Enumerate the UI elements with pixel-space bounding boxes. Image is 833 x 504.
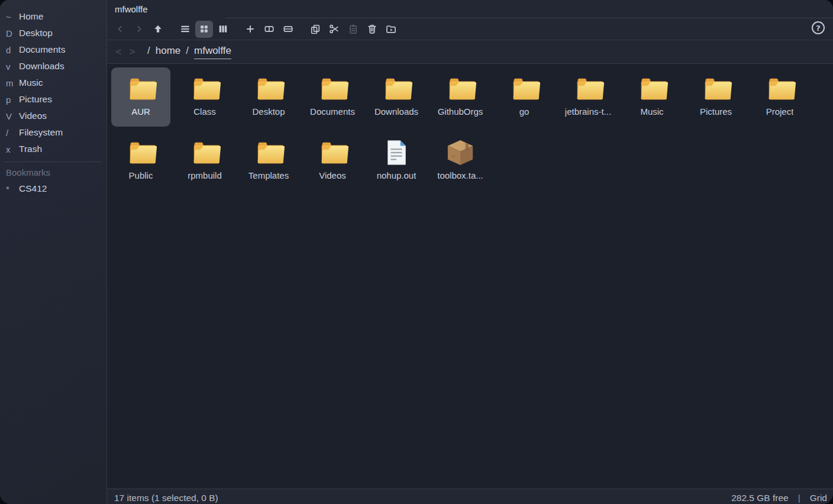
status-view-mode[interactable]: Grid (810, 493, 827, 503)
file-icon: UT (315, 138, 350, 167)
sidebar-item-pictures[interactable]: p Pictures (0, 91, 106, 108)
up-icon (152, 23, 164, 35)
file-item[interactable]: UT rpmbuild (175, 131, 234, 190)
paste-button[interactable] (344, 21, 362, 38)
split-vertical-button[interactable] (260, 21, 278, 38)
breadcrumb-separator: / (186, 45, 189, 57)
sidebar-item-desktop[interactable]: D Desktop (0, 25, 106, 41)
svg-text:?: ? (816, 24, 821, 33)
breadcrumb-root-slash[interactable]: / (147, 45, 150, 57)
svg-text:UT: UT (452, 155, 456, 158)
column-view-button[interactable] (214, 21, 232, 38)
sidebar-item-label: Documents (19, 44, 65, 55)
list-view-button[interactable] (176, 21, 194, 38)
sidebar-item-label: Downloads (19, 61, 64, 72)
file-icon: UT (188, 74, 222, 104)
new-button[interactable] (241, 21, 259, 38)
file-item[interactable]: UT GithubOrgs (431, 67, 490, 127)
cut-button[interactable] (325, 21, 343, 38)
sidebar-item-filesystem[interactable]: / Filesystem (0, 124, 106, 141)
sidebar-item-label: Home (19, 11, 43, 22)
sidebar-item-icon: v (6, 62, 19, 72)
file-icon: UT (445, 138, 476, 167)
file-name: Public (129, 170, 153, 180)
file-item[interactable]: UT Music (622, 67, 682, 127)
file-item[interactable]: UT Videos (303, 131, 362, 190)
column-view-icon (217, 23, 229, 35)
file-icon: UT (379, 74, 414, 104)
file-item[interactable]: UT jetbrains-t... (558, 67, 618, 127)
back-button[interactable] (111, 21, 129, 38)
file-item[interactable]: UT Public (111, 131, 170, 190)
sidebar-item-documents[interactable]: d Documents (0, 41, 106, 58)
trash-icon (366, 23, 378, 35)
file-item[interactable]: UT AUR (111, 67, 170, 127)
sidebar-item-icon: d (6, 45, 19, 55)
file-item[interactable]: UT Class (175, 67, 234, 127)
forward-button[interactable] (130, 21, 148, 38)
file-icon: UT (188, 138, 222, 167)
file-name: Documents (310, 106, 355, 117)
file-name: GithubOrgs (438, 106, 483, 117)
trash-button[interactable] (363, 21, 381, 38)
up-button[interactable] (149, 21, 167, 38)
file-item[interactable]: UT toolbox.ta... (431, 131, 490, 190)
sidebar-item-label: CS412 (19, 183, 47, 194)
file-icon: UT (315, 74, 350, 104)
breadcrumb-segment-home[interactable]: home (156, 45, 181, 57)
move-to-folder-button[interactable] (382, 21, 400, 38)
file-name: Desktop (252, 106, 285, 117)
status-items-count: 17 items (1 selected, 0 B) (114, 493, 731, 503)
breadcrumb: / home / mfwolffe (147, 45, 231, 59)
desktop-background: ~ Home D Desktop d Documents v Downloads… (0, 0, 833, 504)
sidebar-separator (5, 161, 102, 162)
help-button[interactable]: ? (809, 20, 827, 38)
tab-bar: mfwolffe (107, 0, 833, 18)
file-item[interactable]: UT Documents (303, 67, 362, 127)
file-item[interactable]: UT Project (750, 67, 809, 127)
sidebar-item-icon: ~ (6, 12, 19, 22)
file-icon: UT (763, 74, 797, 104)
file-name: Videos (319, 170, 346, 180)
tab-mfwolffe[interactable]: mfwolffe (107, 0, 225, 18)
grid-view-button[interactable] (195, 21, 213, 38)
path-bar: < > / home / mfwolffe (107, 40, 833, 64)
file-item[interactable]: UT go (495, 67, 554, 127)
list-view-icon (179, 23, 191, 35)
sidebar-item-label: Pictures (19, 94, 52, 105)
sidebar-item-icon: V (6, 111, 19, 121)
bookmarks-header: Bookmarks (0, 166, 106, 180)
path-back-arrow[interactable]: < (112, 46, 125, 58)
file-item[interactable]: UT Downloads (367, 67, 426, 127)
file-icon: UT (571, 74, 605, 104)
bookmark-item-cs412[interactable]: * CS412 (0, 180, 106, 197)
file-item[interactable]: UT Pictures (686, 67, 745, 127)
bookmarks-list: * CS412 (0, 180, 106, 197)
sidebar-item-home[interactable]: ~ Home (0, 8, 106, 25)
copy-button[interactable] (306, 21, 324, 38)
cut-icon (328, 23, 340, 35)
sidebar-item-trash[interactable]: x Trash (0, 141, 106, 157)
status-separator: | (798, 493, 800, 503)
grid-view-icon (198, 23, 210, 35)
path-forward-arrow[interactable]: > (125, 46, 139, 58)
sidebar-item-downloads[interactable]: v Downloads (0, 58, 106, 75)
file-icon: UT (251, 138, 286, 167)
sidebar-item-videos[interactable]: V Videos (0, 108, 106, 124)
copy-icon (309, 23, 321, 35)
file-name: Pictures (700, 106, 732, 117)
file-name: AUR (131, 106, 150, 117)
split-vertical-icon (263, 23, 275, 35)
sidebar-item-icon: x (6, 144, 19, 154)
file-icon: UT (635, 74, 669, 104)
tab-bar-filler (225, 0, 833, 18)
sidebar-item-icon: D (6, 28, 19, 38)
breadcrumb-segment-mfwolffe[interactable]: mfwolffe (194, 45, 231, 59)
file-grid[interactable]: UT AUR (107, 64, 833, 489)
sidebar-item-music[interactable]: m Music (0, 75, 106, 91)
file-item[interactable]: UT nohup.out (367, 131, 426, 190)
back-icon (114, 23, 126, 35)
file-item[interactable]: UT Templates (239, 131, 298, 190)
split-horizontal-button[interactable] (279, 21, 297, 38)
file-item[interactable]: UT Desktop (239, 67, 298, 127)
